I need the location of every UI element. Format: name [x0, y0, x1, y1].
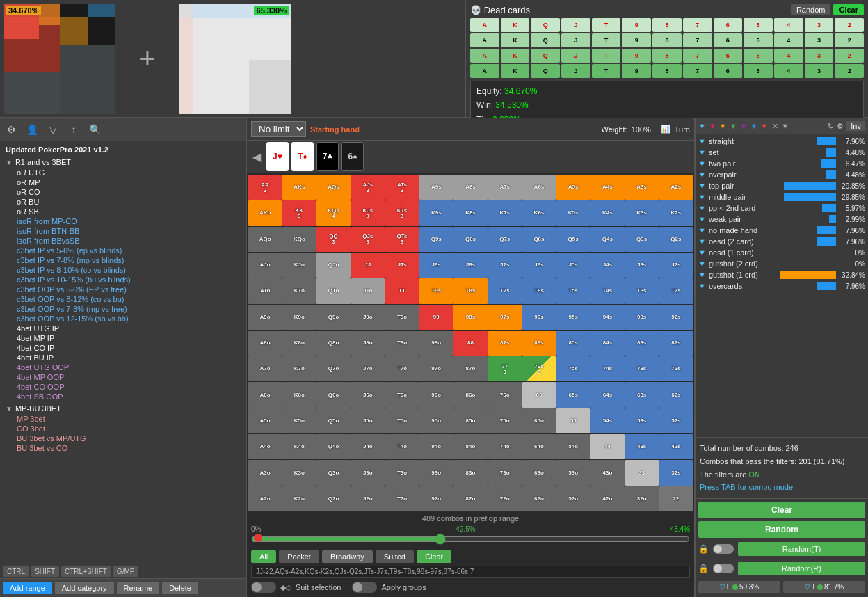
dead-card-4d[interactable]: 4 — [774, 49, 803, 63]
hand-cell-T9o[interactable]: T9o — [385, 305, 419, 330]
hand-type-row-0[interactable]: ▼straight7.96% — [697, 136, 867, 147]
dead-card-9c[interactable]: 9 — [622, 33, 651, 47]
hand-type-row-10[interactable]: ▼oesd (1 card)0% — [697, 247, 867, 258]
dead-card-7s[interactable]: 7 — [683, 64, 712, 78]
hand-cell-J5s[interactable]: J5s — [556, 253, 590, 278]
dead-card-jh[interactable]: J — [561, 18, 590, 32]
filter-suited-button[interactable]: Suited — [376, 550, 414, 563]
hand-cell-93s[interactable]: 93s — [625, 305, 659, 330]
dead-card-qc[interactable]: Q — [531, 33, 560, 47]
hand-cell-62s[interactable]: 62s — [659, 382, 693, 407]
dead-card-js[interactable]: J — [561, 64, 590, 78]
hand-type-row-4[interactable]: ▼top pair29.85% — [697, 180, 867, 191]
hand-cell-82s[interactable]: 82s — [659, 331, 693, 356]
export-icon[interactable]: ↑ — [65, 121, 82, 138]
filter-all-button[interactable]: All — [251, 550, 276, 563]
hand-cell-93o[interactable]: 93o — [419, 460, 453, 485]
range-slider[interactable] — [251, 534, 690, 545]
hand-cell-98o[interactable]: 98o — [419, 331, 453, 356]
hand-type-row-2[interactable]: ▼two pair6.47% — [697, 158, 867, 169]
hand-cell-A9o[interactable]: A9o — [248, 305, 282, 330]
delete-button[interactable]: Delete — [162, 582, 198, 594]
hand-cell-54s[interactable]: 54s — [590, 408, 624, 433]
hand-cell-94o[interactable]: 94o — [419, 434, 453, 459]
lock-toggle-1[interactable] — [713, 544, 734, 554]
hand-cell-77[interactable]: 773 — [488, 356, 522, 381]
hand-cell-J8o[interactable]: J8o — [351, 331, 385, 356]
refresh-icon[interactable]: ↻ — [828, 122, 834, 131]
tree-item-13[interactable]: c3bet OOP vs 5-6% (EP vs free) — [3, 285, 243, 294]
hand-cell-J6s[interactable]: J6s — [522, 253, 556, 278]
tree-item-9[interactable]: c3bet IP vs 5-6% (ep vs blinds) — [3, 246, 243, 255]
hand-cell-Q5o[interactable]: Q5o — [316, 408, 350, 433]
hand-cell-KTs[interactable]: KTs3 — [385, 200, 419, 225]
dead-card-3d[interactable]: 3 — [805, 49, 834, 63]
hand-cell-J5o[interactable]: J5o — [351, 408, 385, 433]
hand-cell-74s[interactable]: 74s — [590, 356, 624, 381]
dead-card-kc[interactable]: K — [501, 33, 530, 47]
dead-card-5s[interactable]: 5 — [744, 64, 773, 78]
board-card-td[interactable]: T♦ — [291, 142, 314, 171]
hand-cell-54o[interactable]: 54o — [556, 434, 590, 459]
hand-cell-94s[interactable]: 94s — [590, 305, 624, 330]
dead-card-2h[interactable]: 2 — [835, 18, 864, 32]
hand-cell-K4o[interactable]: K4o — [282, 434, 316, 459]
dead-card-3h[interactable]: 3 — [805, 18, 834, 32]
dead-card-8s[interactable]: 8 — [652, 64, 682, 78]
hand-cell-65s[interactable]: 65s — [556, 382, 590, 407]
hand-cell-42o[interactable]: 42o — [590, 486, 624, 511]
user-icon[interactable]: 👤 — [24, 121, 40, 138]
hand-cell-86s[interactable]: 86s — [522, 331, 556, 356]
hand-cell-65o[interactable]: 65o — [522, 408, 556, 433]
hand-cell-A3s[interactable]: A3s — [625, 175, 659, 200]
dead-card-7c[interactable]: 7 — [683, 33, 712, 47]
filter-f-button[interactable]: ▽ F 50.3% — [698, 581, 780, 593]
hand-type-row-9[interactable]: ▼oesd (2 card)7.96% — [697, 236, 867, 247]
dead-card-6h[interactable]: 6 — [714, 18, 743, 32]
tree-item-8[interactable]: isoR from BBvsSB — [3, 236, 243, 246]
hand-cell-53o[interactable]: 53o — [556, 460, 590, 485]
dead-card-3c[interactable]: 3 — [805, 33, 834, 47]
hand-cell-52s[interactable]: 52s — [659, 408, 693, 433]
hand-cell-A2s[interactable]: A2s — [659, 175, 693, 200]
hand-cell-T9s[interactable]: T9s — [419, 278, 453, 303]
hand-cell-66[interactable]: 66 — [522, 382, 556, 407]
random-r-button[interactable]: Random(R) — [738, 562, 865, 575]
hand-cell-72s[interactable]: 72s — [659, 356, 693, 381]
hand-cell-55[interactable]: 55 — [556, 408, 590, 433]
filter-pocket-button[interactable]: Pocket — [279, 550, 319, 563]
hand-cell-72o[interactable]: 72o — [488, 486, 522, 511]
hand-cell-74o[interactable]: 74o — [488, 434, 522, 459]
hand-cell-K3o[interactable]: K3o — [282, 460, 316, 485]
hand-cell-A6s[interactable]: A6s — [522, 175, 556, 200]
hand-cell-QQ[interactable]: QQ3 — [316, 227, 350, 252]
hand-cell-Q4s[interactable]: Q4s — [590, 227, 624, 252]
dead-card-kh[interactable]: K — [501, 18, 530, 32]
hand-cell-64o[interactable]: 64o — [522, 434, 556, 459]
hand-cell-ATo[interactable]: ATo — [248, 278, 282, 303]
suit-selection-toggle[interactable] — [251, 582, 276, 593]
hand-cell-A7s[interactable]: A7s — [488, 175, 522, 200]
tree-item-7[interactable]: isoR from BTN-BB — [3, 226, 243, 236]
hand-cell-JTs[interactable]: JTs — [385, 253, 419, 278]
hand-cell-Q8o[interactable]: Q8o — [316, 331, 350, 356]
hand-cell-43s[interactable]: 43s — [625, 434, 659, 459]
hand-cell-43o[interactable]: 43o — [590, 460, 624, 485]
hand-cell-T6s[interactable]: T6s — [522, 278, 556, 303]
tree-item-17[interactable]: 4bet UTG IP — [3, 324, 243, 333]
dead-card-6d[interactable]: 6 — [714, 49, 743, 63]
hand-cell-73s[interactable]: 73s — [625, 356, 659, 381]
hand-cell-53s[interactable]: 53s — [625, 408, 659, 433]
hand-cell-ATs[interactable]: ATs3 — [385, 175, 419, 200]
hand-cell-97o[interactable]: 97o — [419, 356, 453, 381]
dead-card-3s[interactable]: 3 — [805, 64, 834, 78]
hand-cell-99[interactable]: 99 — [419, 305, 453, 330]
dead-card-6s[interactable]: 6 — [714, 64, 743, 78]
hand-cell-95o[interactable]: 95o — [419, 408, 453, 433]
dead-card-2d[interactable]: 2 — [835, 49, 864, 63]
dead-card-4h[interactable]: 4 — [774, 18, 803, 32]
hand-type-row-13[interactable]: ▼overcards7.96% — [697, 280, 867, 292]
hand-cell-J4o[interactable]: J4o — [351, 434, 385, 459]
hand-cell-76o[interactable]: 76o — [488, 382, 522, 407]
hand-type-row-12[interactable]: ▼gutshot (1 crd)32.84% — [697, 269, 867, 280]
